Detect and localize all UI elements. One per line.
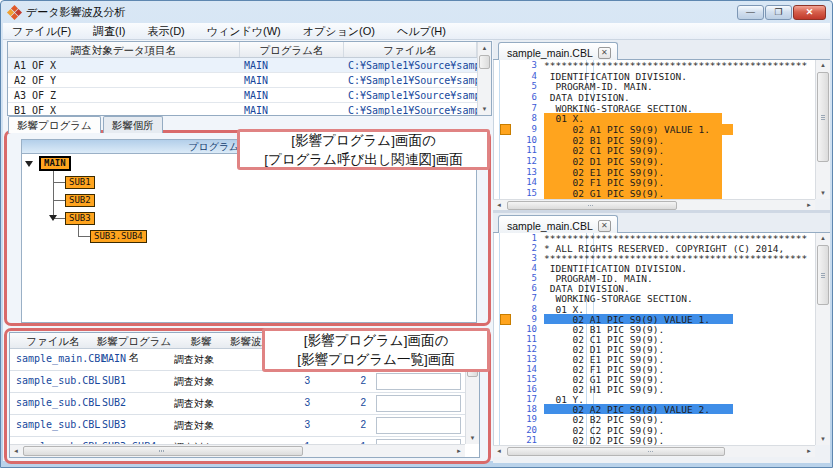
code-line[interactable]: 8 01 X. — [494, 113, 815, 124]
code-line[interactable]: 2* ALL RIGHTS RESERVED. COPYRIGHT (C) 20… — [494, 243, 815, 253]
scroll-thumb[interactable] — [817, 245, 829, 305]
code-line[interactable]: 12 02 D1 PIC S9(9). — [494, 344, 815, 354]
code-line[interactable]: 16 02 H1 PIC S9(9). — [494, 384, 815, 394]
editor-vscrollbar[interactable]: ▲ ▼ — [815, 60, 830, 199]
scroll-up-icon[interactable]: ▲ — [816, 233, 830, 244]
code-line[interactable]: 5 PROGRAM-ID. MAIN. — [494, 81, 815, 92]
code-line[interactable]: 12 02 D1 PIC S9(9). — [494, 156, 815, 167]
code-area[interactable]: 3***************************************… — [493, 60, 815, 199]
code-line[interactable]: 9 02 A1 PIC S9(9) VALUE 1. — [494, 124, 815, 135]
col-header-item[interactable]: 調査対象データ項目名 — [8, 42, 240, 57]
impact-marker-icon[interactable] — [500, 124, 511, 135]
empty-cell[interactable] — [376, 395, 461, 412]
scroll-down-icon[interactable]: ▼ — [478, 103, 491, 115]
editor-vscrollbar[interactable]: ▲ ▼ — [815, 233, 830, 445]
scroll-left-icon[interactable]: ◄ — [10, 445, 22, 457]
scroll-thumb[interactable] — [507, 201, 677, 210]
code-line[interactable]: 19 02 B2 PIC S9(9). — [494, 414, 815, 424]
code-line[interactable]: 15 02 G1 PIC S9(9). — [494, 374, 815, 384]
scroll-thumb[interactable] — [817, 72, 829, 162]
tab-impact-location[interactable]: 影響個所 — [103, 116, 163, 133]
scroll-up-icon[interactable]: ▲ — [816, 60, 830, 71]
tree-node-sub3-sub4[interactable]: SUB3.SUB4 — [90, 230, 147, 243]
table-row[interactable]: sample_sub.CBL SUB2 調査対象 3 2 — [10, 393, 465, 415]
tree-node-sub3[interactable]: SUB3 — [65, 212, 95, 225]
impact-table-hscrollbar[interactable]: ◄ ► — [10, 444, 465, 457]
empty-cell[interactable] — [376, 417, 461, 434]
code-line[interactable]: 8 01 X. — [494, 304, 815, 314]
code-line[interactable]: 11 02 C1 PIC S9(9). — [494, 334, 815, 344]
code-line[interactable]: 7 WORKING-STORAGE SECTION. — [494, 293, 815, 303]
menu-file[interactable]: ファイル(F) — [12, 24, 71, 39]
menu-view[interactable]: 表示(D) — [147, 24, 184, 39]
code-area[interactable]: 1***************************************… — [493, 233, 815, 445]
tree-node-sub1[interactable]: SUB1 — [65, 176, 95, 189]
line-number: 4 — [494, 71, 544, 82]
scroll-left-icon[interactable]: ◄ — [493, 446, 505, 457]
tab-close-icon[interactable]: ✕ — [598, 220, 611, 232]
close-icon[interactable]: ✕ — [793, 5, 826, 20]
impact-marker-icon[interactable] — [500, 314, 511, 325]
code-line[interactable]: 6 DATA DIVISION. — [494, 92, 815, 103]
editor-hscrollbar[interactable]: ◄ ► — [493, 445, 815, 457]
tree-node-sub2[interactable]: SUB2 — [65, 194, 95, 207]
menu-help[interactable]: ヘルプ(H) — [397, 24, 446, 39]
code-line[interactable]: 9 02 A1 PIC S9(9) VALUE 1. — [494, 314, 815, 324]
title-bar[interactable]: データ影響波及分析 — ❐ ✕ — [1, 1, 832, 23]
code-line[interactable]: 4 IDENTIFICATION DIVISION. — [494, 71, 815, 82]
code-line[interactable]: 15 02 G1 PIC S9(9). — [494, 188, 815, 199]
code-line[interactable]: 10 02 B1 PIC S9(9). — [494, 135, 815, 146]
scroll-right-icon[interactable]: ► — [453, 445, 465, 457]
tab-close-icon[interactable]: ✕ — [598, 47, 611, 59]
scroll-down-icon[interactable]: ▼ — [816, 434, 830, 445]
code-line[interactable]: 7 WORKING-STORAGE SECTION. — [494, 103, 815, 114]
table-row[interactable]: sample_sub.CBL SUB1 調査対象 3 2 — [10, 371, 465, 393]
code-line[interactable]: 3***************************************… — [494, 60, 815, 71]
menu-option[interactable]: オプション(O) — [303, 24, 375, 39]
code-line[interactable]: 13 02 E1 PIC S9(9). — [494, 167, 815, 178]
expand-arrow-icon[interactable] — [49, 215, 57, 221]
scroll-thumb[interactable] — [23, 446, 303, 456]
expand-arrow-icon[interactable] — [25, 161, 33, 167]
code-line[interactable]: 6 DATA DIVISION. — [494, 283, 815, 293]
code-line[interactable]: 20 02 C2 PIC S9(9). — [494, 425, 815, 435]
annotation-text: [影響プログラム]画面の — [240, 131, 487, 150]
col-header-file[interactable]: ファイル名 — [10, 333, 96, 349]
scroll-down-icon[interactable]: ▼ — [466, 432, 479, 444]
code-line[interactable]: 11 02 C1 PIC S9(9). — [494, 145, 815, 156]
tab-impact-program[interactable]: 影響プログラム — [8, 116, 101, 133]
maximize-icon[interactable]: ❐ — [765, 5, 792, 20]
col-header-file[interactable]: ファイル名 — [344, 42, 477, 57]
menu-investigate[interactable]: 調査(I) — [93, 24, 125, 39]
scroll-thumb[interactable] — [507, 447, 725, 456]
menu-window[interactable]: ウィンドウ(W) — [207, 24, 281, 39]
code-line[interactable]: 14 02 F1 PIC S9(9). — [494, 364, 815, 374]
col-header-program[interactable]: プログラム名 — [240, 42, 344, 57]
editor-tab[interactable]: sample_main.CBL ✕ — [498, 42, 618, 60]
scroll-right-icon[interactable]: ► — [803, 446, 815, 457]
scroll-thumb[interactable] — [479, 55, 490, 69]
minimize-icon[interactable]: — — [737, 5, 764, 20]
code-line[interactable]: 17 01 Y. — [494, 394, 815, 404]
scroll-up-icon[interactable]: ▲ — [478, 42, 491, 54]
code-line[interactable]: 10 02 B1 PIC S9(9). — [494, 324, 815, 334]
code-line[interactable]: 4 IDENTIFICATION DIVISION. — [494, 263, 815, 273]
code-line[interactable]: 14 02 F1 PIC S9(9). — [494, 177, 815, 188]
table-row[interactable]: B1 OF X MAIN C:¥Sample1¥Source¥sampl — [8, 103, 477, 116]
code-line[interactable]: 5 PROGRAM-ID. MAIN. — [494, 273, 815, 283]
code-line[interactable]: 13 02 E1 PIC S9(9). — [494, 354, 815, 364]
table-row[interactable]: sample_sub.CBL SUB3 調査対象 3 2 — [10, 415, 465, 437]
scroll-down-icon[interactable]: ▼ — [816, 188, 830, 199]
table-row[interactable]: A1 OF X MAIN C:¥Sample1¥Source¥sampl — [8, 58, 477, 73]
table-row[interactable]: A2 OF Y MAIN C:¥Sample1¥Source¥sampl — [8, 73, 477, 88]
editor-tab[interactable]: sample_main.CBL ✕ — [498, 215, 618, 233]
code-line[interactable]: 1***************************************… — [494, 233, 815, 243]
tree-node-main[interactable]: MAIN — [39, 156, 71, 171]
table-row[interactable]: A3 OF Z MAIN C:¥Sample1¥Source¥sampl — [8, 88, 477, 103]
target-table-scrollbar[interactable]: ▲ ▼ — [477, 42, 491, 115]
code-line[interactable]: 21 02 D2 PIC S9(9). — [494, 435, 815, 445]
col-header-impact[interactable]: 影響 — [172, 333, 230, 349]
code-line[interactable]: 18 02 A2 PIC S9(9) VALUE 2. — [494, 404, 815, 414]
code-line[interactable]: 3***************************************… — [494, 253, 815, 263]
empty-cell[interactable] — [376, 373, 461, 390]
